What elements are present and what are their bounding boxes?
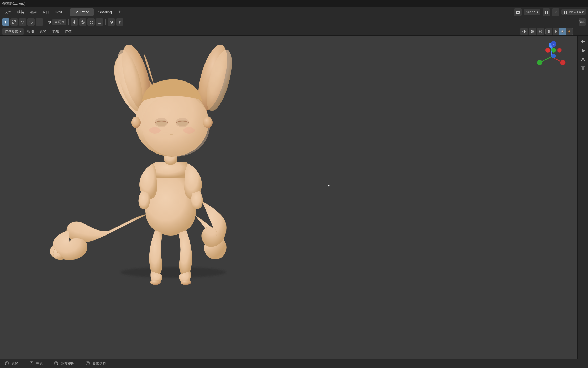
snap-icon[interactable] (71, 18, 78, 26)
svg-point-14 (74, 21, 75, 23)
second-menu-bar: 物体模式 ▾ 视图 选择 添加 物体 (0, 27, 588, 36)
right-click-icon (85, 361, 90, 366)
select-menu-button[interactable] (36, 18, 43, 26)
svg-rect-17 (90, 21, 91, 22)
add-workspace-button[interactable]: + (117, 9, 123, 15)
svg-rect-4 (564, 11, 565, 12)
right-tool-panel (578, 36, 588, 359)
menu-window[interactable]: 窗口 (40, 9, 52, 16)
status-lasso: 套索选择 (85, 361, 106, 366)
menu-view[interactable]: 视图 (24, 28, 36, 35)
proportional-edit-button[interactable] (79, 18, 86, 26)
svg-rect-65 (581, 67, 585, 70)
menu-select[interactable]: 选择 (37, 28, 49, 35)
svg-point-63 (582, 58, 582, 59)
svg-rect-12 (38, 23, 41, 23)
menu-help[interactable]: 帮助 (52, 9, 65, 16)
svg-rect-6 (564, 12, 565, 14)
camera-icon[interactable] (514, 8, 522, 16)
mode-selector[interactable]: 物体模式 ▾ (2, 28, 24, 35)
svg-point-48 (149, 127, 161, 134)
character-icon[interactable] (579, 56, 587, 63)
menu-object[interactable]: 物体 (62, 28, 74, 35)
middle-click-icon (29, 361, 34, 366)
svg-point-60 (537, 60, 542, 65)
svg-point-16 (81, 21, 84, 24)
menu-render[interactable]: 渲染 (27, 9, 39, 16)
zoom-label: 缩放视图 (61, 361, 75, 366)
overlay-btn[interactable] (537, 28, 544, 35)
gizmo-overlay-btn[interactable] (529, 28, 536, 35)
menu-add[interactable]: 添加 (50, 28, 62, 35)
svg-point-77 (88, 362, 89, 363)
svg-rect-20 (92, 23, 93, 24)
svg-rect-3 (547, 12, 548, 14)
scene-dropdown-arrow: ▾ (537, 10, 538, 14)
add-tool-icon[interactable] (579, 38, 587, 45)
new-scene-button[interactable] (543, 8, 550, 16)
z-axis-dot[interactable]: Z (551, 41, 556, 47)
svg-rect-10 (38, 21, 41, 21)
options-button[interactable]: 选项 (579, 18, 586, 26)
svg-point-33 (568, 30, 570, 33)
lasso-select-button[interactable] (27, 18, 35, 26)
mode-label: 物体模式 (5, 29, 18, 34)
svg-point-47 (170, 134, 173, 135)
svg-rect-2 (545, 12, 546, 14)
menu-edit[interactable]: 编辑 (15, 9, 27, 16)
circle-select-button[interactable] (19, 18, 26, 26)
svg-rect-73 (31, 362, 32, 363)
svg-point-49 (183, 127, 195, 134)
solid-mode-btn[interactable] (553, 28, 559, 35)
sep-3 (105, 19, 106, 25)
grid-snap-button[interactable] (87, 18, 95, 26)
lattice-icon[interactable] (579, 65, 587, 72)
close-scene-button[interactable]: ✕ (552, 8, 559, 16)
scene-selector[interactable]: Scene ▾ (524, 9, 540, 15)
svg-point-35 (121, 267, 226, 278)
view-layer-selector[interactable]: View La ▾ (561, 9, 586, 15)
svg-point-23 (111, 22, 112, 23)
status-zoom: 缩放视图 (54, 361, 75, 366)
svg-point-15 (82, 21, 83, 23)
workspace-sculpting[interactable]: Sculpting (70, 8, 94, 16)
left-click-icon (4, 361, 9, 366)
neg-z-axis-dot[interactable] (551, 54, 556, 58)
svg-rect-18 (92, 21, 93, 22)
svg-point-9 (21, 21, 24, 23)
svg-point-53 (181, 280, 191, 285)
neg-x-axis-dot[interactable] (557, 48, 562, 53)
mirror-button[interactable] (116, 18, 123, 26)
transform-button[interactable] (96, 18, 103, 26)
box-select-button[interactable] (10, 18, 18, 26)
select-label: 选择 (12, 361, 18, 366)
material-mode-btn[interactable] (559, 28, 566, 35)
rendered-mode-btn[interactable] (566, 28, 573, 35)
y-axis-dot[interactable] (551, 48, 556, 53)
svg-point-46 (177, 120, 188, 126)
character-display (0, 36, 588, 359)
select-tool-button[interactable] (2, 18, 9, 26)
status-box-select: 框选 (29, 361, 43, 366)
svg-point-32 (561, 30, 564, 33)
svg-rect-0 (545, 11, 546, 12)
cursor-indicator (328, 184, 330, 186)
menu-file[interactable]: 文件 (2, 9, 14, 16)
svg-rect-5 (566, 11, 567, 12)
svg-point-51 (203, 117, 213, 128)
view-selector[interactable]: 全局 ▾ (52, 19, 66, 25)
svg-point-27 (540, 31, 542, 32)
x-axis-dot[interactable] (545, 48, 550, 53)
wireframe-mode-btn[interactable] (546, 28, 552, 35)
title-bar: \第三期01.blend] (0, 0, 588, 7)
viewport[interactable]: Z Z (0, 36, 588, 359)
workspace-shading[interactable]: Shading (94, 8, 116, 16)
menu-bar: 文件 编辑 渲染 窗口 帮助 Sculpting Shading + Scene… (0, 7, 588, 17)
navigate-icon[interactable] (579, 47, 587, 54)
scene-name: Scene (526, 10, 536, 14)
proportional-button[interactable] (108, 18, 115, 26)
sep-1 (45, 19, 45, 25)
options-label: 选项 (579, 20, 585, 24)
svg-point-64 (583, 58, 584, 59)
viewport-shading-btn-1[interactable] (520, 28, 528, 35)
